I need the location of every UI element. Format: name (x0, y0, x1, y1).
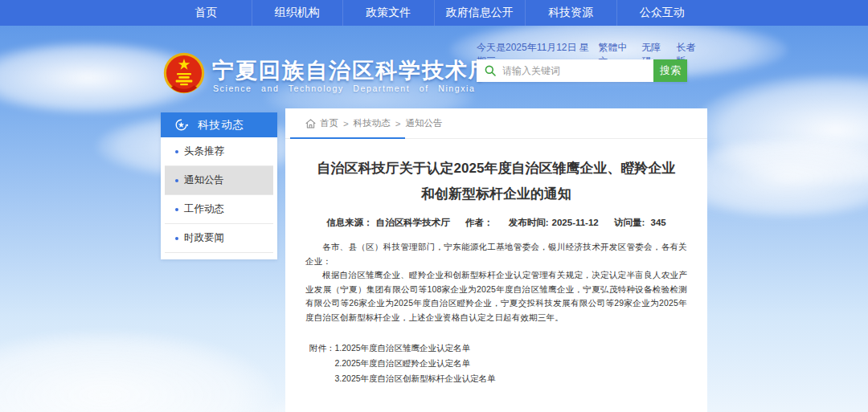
bullet-dot-icon (175, 237, 178, 240)
sidebar-item-label: 工作动态 (184, 202, 224, 216)
attachment-link-1[interactable]: 1.2025年度自治区雏鹰企业认定名单 (335, 341, 496, 356)
article-title: 自治区科技厅关于认定2025年度自治区雏鹰企业、瞪羚企业 和创新型标杆企业的通知 (285, 156, 707, 207)
attachments-block: 附件： 1.2025年度自治区雏鹰企业认定名单 2.2025年度自治区瞪羚企业认… (309, 341, 687, 386)
breadcrumb-home[interactable]: 首页 (320, 117, 338, 129)
author-label: 作者： (465, 218, 493, 227)
sidebar-item-label: 时政要闻 (184, 231, 224, 245)
sidebar-title: 科技动态 (198, 118, 244, 133)
attachment-link-3[interactable]: 3.2025年度自治区创新型标杆企业认定名单 (335, 371, 496, 386)
nav-item-gov-info[interactable]: 政府信息公开 (434, 0, 526, 26)
nav-item-public-interaction[interactable]: 公众互动 (616, 0, 708, 26)
views-count: 345 (651, 218, 666, 227)
home-icon (305, 119, 316, 128)
search-input[interactable] (502, 59, 653, 82)
breadcrumb-sci-trends[interactable]: 科技动态 (354, 117, 391, 129)
nav-item-organization[interactable]: 组织机构 (252, 0, 343, 26)
publish-date: 2025-11-12 (552, 218, 599, 227)
nav-item-home[interactable]: 首页 (161, 0, 252, 26)
search-icon (484, 64, 497, 77)
sidebar-header: 科技动态 (161, 112, 277, 137)
sidebar-item-label: 头条推荐 (184, 145, 224, 158)
article-body: 各市、县（区）科技管理部门，宁东能源化工基地管委会，银川经济技术开发区管委会，各… (305, 240, 687, 324)
attachments-label: 附件： (309, 341, 335, 386)
sidebar-item-headlines[interactable]: 头条推荐 (165, 137, 273, 166)
source-value: 自治区科学技术厅 (376, 218, 450, 227)
attachments-list: 1.2025年度自治区雏鹰企业认定名单 2.2025年度自治区瞪羚企业认定名单 … (335, 341, 496, 386)
cloud (0, 331, 273, 412)
page: 首页 组织机构 政策文件 政府信息公开 科技资源 公众互动 宁夏回族自治区科学技… (0, 0, 868, 412)
bullet-dot-icon (175, 150, 178, 153)
article-paragraph: 根据自治区雏鹰企业、瞪羚企业和创新型标杆企业认定管理有关规定，决定认定半亩良人农… (305, 268, 687, 324)
national-emblem-logo (162, 51, 206, 96)
breadcrumb-separator: > (343, 119, 349, 128)
nav-item-sci-resources[interactable]: 科技资源 (525, 0, 616, 26)
breadcrumb-notices[interactable]: 通知公告 (405, 117, 442, 129)
sidebar-item-label: 通知公告 (184, 173, 224, 187)
views-label: 访问量: (614, 218, 645, 227)
article-meta: 信息来源：自治区科学技术厅 作者： 发布时间:2025-11-12 访问量: 3… (285, 217, 707, 229)
publish-label: 发布时间: (509, 218, 549, 227)
breadcrumb-separator: > (395, 119, 401, 128)
content-panel: 首页 > 科技动态 > 通知公告 自治区科技厅关于认定2025年度自治区雏鹰企业… (285, 108, 707, 412)
sidebar-item-work-trends[interactable]: 工作动态 (165, 195, 273, 224)
article-title-line2: 和创新型标杆企业的通知 (285, 182, 707, 207)
site-subtitle-english: Science and Technology Department of Nin… (213, 84, 475, 93)
sidebar: 科技动态 头条推荐 通知公告 工作动态 时政要闻 (161, 112, 277, 259)
bullet-dot-icon (175, 208, 178, 211)
breadcrumb-underline (290, 137, 405, 139)
breadcrumb: 首页 > 科技动态 > 通知公告 (285, 108, 707, 139)
article-title-line1: 自治区科技厅关于认定2025年度自治区雏鹰企业、瞪羚企业 (285, 156, 707, 182)
site-title: 宁夏回族自治区科学技术厅 (212, 56, 492, 85)
source-label: 信息来源： (326, 218, 373, 227)
attachment-link-2[interactable]: 2.2025年度自治区瞪羚企业认定名单 (335, 356, 496, 371)
nav-item-policy[interactable]: 政策文件 (342, 0, 434, 26)
search-bar: 搜索 (477, 59, 687, 82)
top-nav-items: 首页 组织机构 政策文件 政府信息公开 科技资源 公众互动 (161, 0, 707, 26)
sidebar-item-notices[interactable]: 通知公告 (165, 166, 273, 195)
search-button[interactable]: 搜索 (653, 59, 687, 82)
top-nav-bar: 首页 组织机构 政策文件 政府信息公开 科技资源 公众互动 (0, 0, 868, 26)
article-paragraph: 各市、县（区）科技管理部门，宁东能源化工基地管委会，银川经济技术开发区管委会，各… (305, 240, 687, 268)
circular-star-icon (174, 118, 188, 132)
bullet-dot-icon (175, 179, 178, 182)
sidebar-item-current-politics[interactable]: 时政要闻 (165, 224, 273, 253)
